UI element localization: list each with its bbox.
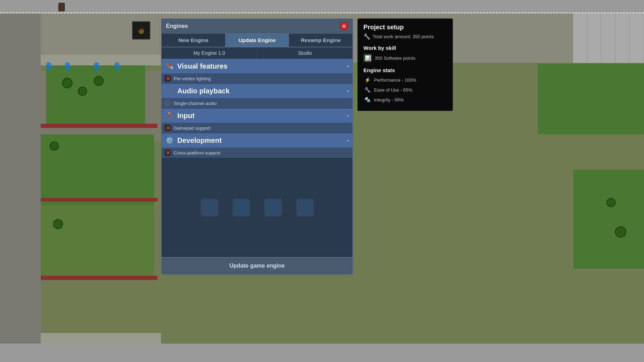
brick-2 (41, 198, 157, 202)
tab-new-engine[interactable]: New Engine (162, 34, 225, 47)
feature-section-audio[interactable]: 🎵 Audio playback - (162, 84, 352, 98)
update-engine-button[interactable]: Update game engine (162, 257, 352, 274)
total-work-label: Total work amount: 350 points (373, 34, 434, 39)
total-work-row: 🔧 Total work amount: 350 points (363, 33, 447, 40)
performance-label: Performance - 100% (374, 77, 416, 83)
performance-icon: ⚡ (363, 76, 371, 84)
ease-of-use-icon: 🔧 (363, 86, 371, 94)
road-top (0, 0, 644, 13)
feature-section-input[interactable]: 🕹️ Input - (162, 109, 352, 123)
feature-title-input: 🕹️ Input (165, 111, 195, 121)
cross-platform-label: Cross-platform support (174, 150, 220, 156)
sidebar-icon-person2[interactable]: 🧑 (132, 21, 150, 40)
development-features-icon: ⚙️ (165, 135, 174, 145)
figure-3: 👤 (92, 62, 101, 70)
feature-item-per-vertex-lighting: ✕ Per-vertex lighting (162, 74, 352, 84)
stat-ease-of-use: 🔧 Ease of Use - 65% (363, 86, 447, 94)
integrity-label: Integrity - 99% (374, 97, 404, 103)
close-button[interactable]: × (340, 22, 348, 30)
integrity-icon: 🔩 (363, 96, 371, 104)
tab-bar: New Engine Update Engine Revamp Engine (162, 34, 352, 47)
work-by-skill-title: Work by skill (363, 45, 447, 51)
figure-2: 👤 (63, 62, 72, 70)
cross-platform-status-icon: ✕ (165, 150, 171, 156)
empty-icons-row: 👤 👤 👤 👤 (201, 199, 314, 216)
road-bottom (0, 344, 644, 362)
audio-collapse-btn[interactable]: - (347, 87, 349, 95)
left-strip (0, 13, 41, 344)
sidewalk-bottom (41, 333, 161, 344)
brick-3 (41, 276, 157, 280)
tree-4 (50, 141, 59, 151)
tree-1 (62, 78, 73, 88)
gamepad-status-icon: ✕ (165, 125, 171, 131)
feature-item-cross-platform: ✕ Cross-platform support (162, 148, 352, 158)
software-points-icon: 📊 (363, 54, 372, 62)
single-channel-status-icon: ○ (165, 100, 171, 106)
per-vertex-label: Per-vertex lighting (174, 76, 211, 81)
empty-icon-2: 👤 (232, 199, 250, 216)
empty-icon-3: 👤 (264, 199, 282, 216)
building-tr-texture (573, 13, 644, 63)
dialog-titlebar: Engines × (162, 19, 352, 34)
grass-5 (573, 170, 644, 269)
visual-features-icon: 🪶 (165, 61, 174, 71)
empty-icon-1: 👤 (201, 199, 218, 216)
character-road (58, 3, 65, 11)
feature-title-visual: 🪶 Visual features (165, 61, 228, 71)
visual-collapse-btn[interactable]: - (347, 63, 349, 70)
tree-7 (606, 198, 616, 207)
figure-1: 👤 (44, 62, 53, 70)
tab-update-engine[interactable]: Update Engine (225, 34, 289, 47)
feature-title-audio: 🎵 Audio playback (165, 86, 230, 96)
project-panel-title: Project setup (363, 24, 447, 31)
feature-section-development[interactable]: ⚙️ Development - (162, 133, 352, 148)
sub-tab-my-engine[interactable]: My Engine 1.0 (162, 47, 257, 59)
grass-4 (538, 64, 644, 134)
stat-integrity: 🔩 Integrity - 99% (363, 96, 447, 104)
sidewalk (41, 55, 161, 65)
tab-revamp-engine[interactable]: Revamp Engine (289, 34, 352, 47)
engine-stats: Engine stats ⚡ Performance - 100% 🔧 Ease… (363, 67, 447, 104)
software-points-label: 350 Software points (375, 56, 415, 61)
feature-item-single-channel-audio: ○ Single-channel audio (162, 98, 352, 109)
tree-3 (94, 76, 104, 86)
grass-1 (46, 64, 145, 127)
sub-tab-bar: My Engine 1.0 Studio (162, 47, 352, 59)
feature-title-development: ⚙️ Development (165, 135, 222, 145)
tree-5 (53, 219, 63, 229)
input-collapse-btn[interactable]: - (347, 112, 349, 119)
feature-section-visual[interactable]: 🪶 Visual features - (162, 59, 352, 74)
feature-item-gamepad-support: ✕ Gamepad support (162, 123, 352, 133)
stat-performance: ⚡ Performance - 100% (363, 76, 447, 84)
gamepad-label: Gamepad support (174, 125, 211, 131)
engines-dialog: Engines × New Engine Update Engine Revam… (161, 18, 353, 275)
sub-tab-studio[interactable]: Studio (257, 47, 352, 59)
tree-2 (78, 87, 87, 96)
grass-3 (41, 205, 154, 276)
per-vertex-status-icon: ✕ (165, 75, 171, 82)
figure-4: 👤 (113, 62, 121, 70)
single-channel-label: Single-channel audio (174, 101, 217, 106)
wrench-icon: 🔧 (363, 33, 370, 40)
engine-stats-title: Engine stats (363, 67, 447, 73)
empty-area: 👤 👤 👤 👤 (162, 158, 352, 257)
ease-of-use-label: Ease of Use - 65% (374, 87, 412, 93)
project-panel: Project setup 🔧 Total work amount: 350 p… (357, 18, 453, 111)
skill-row-software: 📊 350 Software points (363, 54, 447, 62)
tree-6 (615, 226, 626, 238)
brick-1 (41, 124, 157, 128)
dialog-title: Engines (166, 23, 188, 29)
empty-icon-4: 👤 (296, 199, 314, 216)
development-collapse-btn[interactable]: - (347, 137, 349, 144)
audio-features-icon: 🎵 (165, 86, 174, 96)
input-features-icon: 🕹️ (165, 111, 174, 121)
